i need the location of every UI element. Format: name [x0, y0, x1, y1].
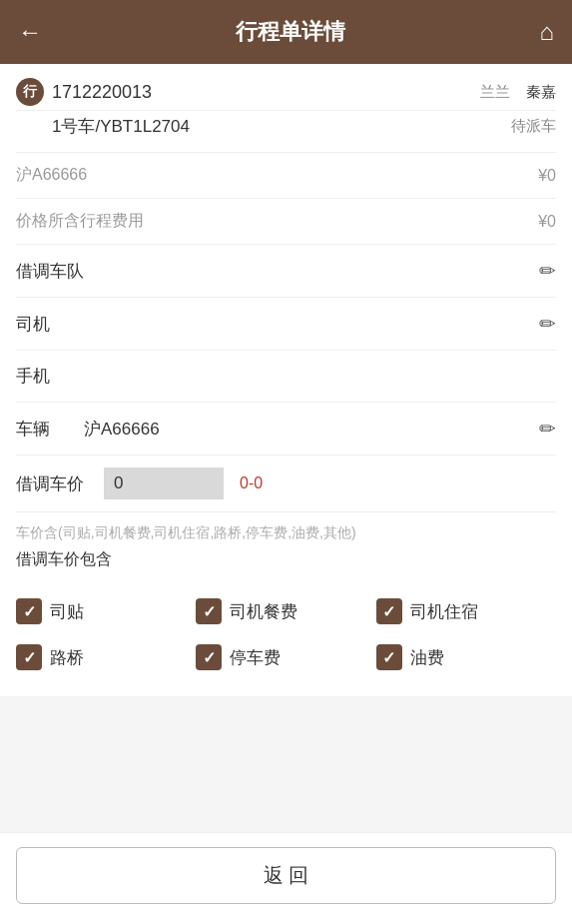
borrow-price-label: 借调车价 — [16, 472, 96, 495]
return-button[interactable]: 返 回 — [16, 847, 556, 904]
checkbox-item[interactable]: ✓ 司贴 — [16, 588, 196, 634]
trip-id: 1712220013 — [52, 82, 480, 103]
driver-row: 司机 ✏ — [16, 298, 556, 351]
trip-car-number: 1号车/YBT1L2704 — [16, 115, 511, 138]
borrow-fleet-edit-icon[interactable]: ✏ — [539, 259, 556, 283]
checkbox-label: 司贴 — [50, 600, 84, 623]
checkbox-label: 司机餐费 — [230, 600, 297, 623]
checkbox-box: ✓ — [376, 644, 402, 670]
vehicle-value: 沪A66666 — [76, 418, 539, 441]
checkbox-label: 油费 — [410, 646, 444, 669]
checkbox-check-icon: ✓ — [23, 648, 36, 667]
trip-loc-from: 兰兰 — [480, 83, 510, 102]
plate-label: 沪A66666 — [16, 165, 538, 186]
checkbox-check-icon: ✓ — [382, 602, 395, 621]
driver-edit-icon[interactable]: ✏ — [539, 312, 556, 336]
price-includes-row: 价格所含行程费用 ¥0 — [16, 199, 556, 245]
checkbox-box: ✓ — [196, 598, 222, 624]
header: ← 行程单详情 ⌂ — [0, 0, 572, 64]
note-text: 车价含(司贴,司机餐费,司机住宿,路桥,停车费,油费,其他) — [16, 512, 556, 545]
checkbox-check-icon: ✓ — [203, 602, 216, 621]
checkbox-item[interactable]: ✓ 司机餐费 — [196, 588, 375, 634]
checkbox-label: 停车费 — [230, 646, 281, 669]
checkbox-label: 路桥 — [50, 646, 84, 669]
checkbox-item[interactable]: ✓ 路桥 — [16, 634, 196, 680]
borrow-fleet-label: 借调车队 — [16, 260, 539, 283]
borrow-price-input[interactable] — [104, 467, 224, 499]
phone-row: 手机 — [16, 351, 556, 403]
home-button[interactable]: ⌂ — [540, 18, 555, 46]
borrow-fleet-row: 借调车队 ✏ — [16, 245, 556, 298]
plate-amount: ¥0 — [538, 167, 556, 185]
plate-row: 沪A66666 ¥0 — [16, 153, 556, 199]
borrow-price-row: 借调车价 0-0 — [16, 456, 556, 512]
price-includes-label: 价格所含行程费用 — [16, 211, 538, 232]
checkbox-item[interactable]: ✓ 司机住宿 — [376, 588, 556, 634]
checkbox-box: ✓ — [196, 644, 222, 670]
trip-status: 待派车 — [511, 117, 556, 136]
trip-badge: 行 — [16, 78, 44, 106]
checkbox-box: ✓ — [376, 598, 402, 624]
page-title: 行程单详情 — [236, 17, 345, 47]
checkbox-grid: ✓ 司贴 ✓ 司机餐费 ✓ 司机住宿 ✓ 路桥 ✓ 停车费 ✓ — [16, 580, 556, 696]
checkbox-box: ✓ — [16, 598, 42, 624]
checkbox-check-icon: ✓ — [382, 648, 395, 667]
driver-label: 司机 — [16, 313, 539, 336]
includes-label: 借调车价包含 — [16, 545, 556, 580]
trip-loc-to: 秦嘉 — [526, 83, 556, 102]
phone-label: 手机 — [16, 365, 556, 388]
checkbox-box: ✓ — [16, 644, 42, 670]
checkbox-item[interactable]: ✓ 油费 — [376, 634, 556, 680]
price-includes-amount: ¥0 — [538, 213, 556, 231]
checkbox-item[interactable]: ✓ 停车费 — [196, 634, 375, 680]
bottom-area: 返 回 — [0, 832, 572, 924]
checkbox-check-icon: ✓ — [23, 602, 36, 621]
checkbox-check-icon: ✓ — [203, 648, 216, 667]
vehicle-edit-icon[interactable]: ✏ — [539, 417, 556, 441]
trip-id-row: 行 1712220013 兰兰 秦嘉 — [16, 64, 556, 111]
back-button[interactable]: ← — [18, 18, 42, 46]
price-range: 0-0 — [240, 474, 263, 492]
vehicle-row: 车辆 沪A66666 ✏ — [16, 403, 556, 456]
main-content: 行 1712220013 兰兰 秦嘉 1号车/YBT1L2704 待派车 沪A6… — [0, 64, 572, 696]
vehicle-label: 车辆 — [16, 418, 76, 441]
checkbox-label: 司机住宿 — [410, 600, 478, 623]
trip-car-row: 1号车/YBT1L2704 待派车 — [16, 111, 556, 153]
